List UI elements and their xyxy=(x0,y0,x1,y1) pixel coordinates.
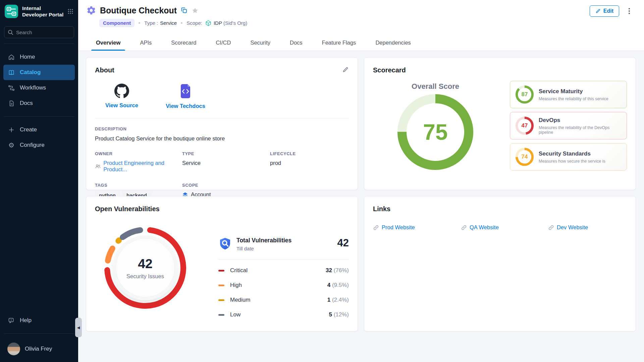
link-dev-website[interactable]: Dev Website xyxy=(548,224,627,231)
copy-icon[interactable] xyxy=(180,7,188,14)
medium-dash-icon xyxy=(218,299,224,301)
scorecard-card: Scorecard Overall Score 75 87 xyxy=(364,57,636,190)
severity-row-critical: Critical 32 (76%) xyxy=(218,263,349,278)
overall-score: Overall Score 75 xyxy=(373,75,498,171)
sidebar-item-help[interactable]: ? Help xyxy=(3,313,75,328)
about-divider xyxy=(95,118,349,118)
check-name: DevOps xyxy=(539,117,621,124)
low-dash-icon xyxy=(218,314,224,316)
type-label: Type : xyxy=(144,20,158,26)
component-gear-icon xyxy=(86,5,96,15)
grid-menu-icon[interactable] xyxy=(67,8,74,15)
severity-row-high: High 4 (9.5%) xyxy=(218,278,349,293)
check-desc: Measures how secure the service is xyxy=(539,159,605,164)
sidebar-item-docs[interactable]: Docs xyxy=(3,96,75,111)
sidebar-collapse-handle[interactable]: ◀ xyxy=(75,318,82,337)
tab-scorecard[interactable]: Scorecard xyxy=(169,36,198,51)
sidebar-divider xyxy=(4,44,74,44)
severity-row-low: Low 5 (12%) xyxy=(218,307,349,322)
user-name: Olivia Frey xyxy=(25,346,52,352)
about-card: About View Source xyxy=(86,57,358,190)
owner-field: OWNER Product Engineering and Product... xyxy=(95,151,182,173)
links-title: Links xyxy=(373,205,627,213)
github-icon xyxy=(114,83,129,98)
overall-score-label: Overall Score xyxy=(373,82,498,91)
tab-feature-flags[interactable]: Feature Flags xyxy=(320,36,358,51)
high-dash-icon xyxy=(218,285,224,286)
total-vulnerabilities-title: Total Vulnerabilities xyxy=(236,237,291,244)
sidebar-divider xyxy=(4,334,74,334)
scorecard-check-security-standards[interactable]: 74 Security Standards Measures how secur… xyxy=(510,143,627,171)
scorecard-check-service-maturity[interactable]: 87 Service Maturity Measures the reliabi… xyxy=(510,81,627,108)
more-options-icon[interactable] xyxy=(627,7,631,15)
vulnerabilities-donut: 42 Security Issues xyxy=(104,227,186,309)
tab-cicd[interactable]: CI/CD xyxy=(214,36,233,51)
overall-score-value: 75 xyxy=(423,119,447,145)
check-name: Service Maturity xyxy=(539,88,608,95)
vulnerabilities-title: Open Vulnerabilities xyxy=(95,205,349,213)
link-qa-website[interactable]: QA Website xyxy=(461,224,548,231)
scope-org: (Sid's Org) xyxy=(223,20,247,26)
scope-label: Scope: xyxy=(186,20,202,26)
about-title: About xyxy=(95,66,349,74)
user-menu[interactable]: Olivia Frey xyxy=(0,339,78,357)
tab-docs[interactable]: Docs xyxy=(288,36,305,51)
overall-score-donut: 75 xyxy=(397,94,473,170)
critical-dash-icon xyxy=(218,270,224,272)
plus-icon xyxy=(8,126,15,133)
pencil-icon xyxy=(595,8,601,14)
search-input[interactable] xyxy=(16,29,66,35)
severity-row-medium: Medium 1 (2.4%) xyxy=(218,293,349,307)
link-icon xyxy=(548,225,554,231)
tab-overview[interactable]: Overview xyxy=(94,36,122,51)
avatar xyxy=(7,343,20,355)
lifecycle-field: LIFECYCLE prod xyxy=(270,151,349,173)
view-techdocs-link[interactable]: View Techdocs xyxy=(163,83,208,109)
check-donut: 47 xyxy=(516,117,534,135)
about-edit-icon[interactable] xyxy=(342,66,349,73)
sidebar: Internal Developer Portal Home Catalog xyxy=(0,0,78,362)
vulnerabilities-donut-center: 42 Security Issues xyxy=(116,238,175,297)
check-name: Security Standards xyxy=(539,150,605,157)
gear-icon: ⚙ xyxy=(8,142,15,148)
help-icon: ? xyxy=(8,317,15,324)
entity-meta-row: Component Type : Service Scope: IDP (Sid… xyxy=(99,19,644,27)
description-value: Product Catalog Service for the boutique… xyxy=(95,135,349,142)
main-area: Boutique Checkout Component Type : Servi… xyxy=(78,0,644,362)
techdocs-icon xyxy=(179,83,192,99)
view-source-link[interactable]: View Source xyxy=(100,83,144,109)
search-icon xyxy=(8,29,13,35)
owner-link[interactable]: Product Engineering and Product... xyxy=(103,160,182,173)
scorecard-check-devops[interactable]: 47 DevOps Measures the reliability of th… xyxy=(510,112,627,139)
vulnerabilities-divider xyxy=(218,259,349,260)
docs-icon xyxy=(8,100,15,107)
tab-apis[interactable]: APIs xyxy=(138,36,154,51)
home-icon xyxy=(8,54,15,61)
link-icon xyxy=(373,225,379,231)
star-icon[interactable] xyxy=(192,7,199,14)
edit-button[interactable]: Edit xyxy=(590,5,619,17)
total-vulnerabilities-value: 42 xyxy=(337,237,349,249)
check-desc: Measures the reliability of this service xyxy=(539,97,608,101)
content-area: About View Source xyxy=(78,51,644,362)
total-vulnerabilities-subtitle: Till date xyxy=(236,246,291,251)
group-icon xyxy=(95,163,101,170)
sidebar-item-configure[interactable]: ⚙ Configure xyxy=(3,137,75,153)
sidebar-search[interactable] xyxy=(4,26,74,38)
scorecard-title: Scorecard xyxy=(373,66,627,74)
workflows-icon xyxy=(8,84,15,92)
tab-security[interactable]: Security xyxy=(248,36,272,51)
tab-dependencies[interactable]: Dependencies xyxy=(373,36,413,51)
sidebar-item-home[interactable]: Home xyxy=(3,49,75,65)
sidebar-item-workflows[interactable]: Workflows xyxy=(3,80,75,96)
link-prod-website[interactable]: Prod Website xyxy=(373,224,461,231)
sidebar-item-catalog[interactable]: Catalog xyxy=(3,65,75,80)
page-header: Boutique Checkout Component Type : Servi… xyxy=(78,0,644,51)
kind-badge: Component xyxy=(99,19,135,27)
link-icon xyxy=(461,225,467,231)
sidebar-divider xyxy=(4,116,74,117)
sidebar-item-create[interactable]: Create xyxy=(3,122,75,137)
type-field: TYPE Service xyxy=(182,151,270,173)
catalog-icon xyxy=(8,69,15,76)
links-card: Links Prod Website QA Website xyxy=(364,196,636,331)
